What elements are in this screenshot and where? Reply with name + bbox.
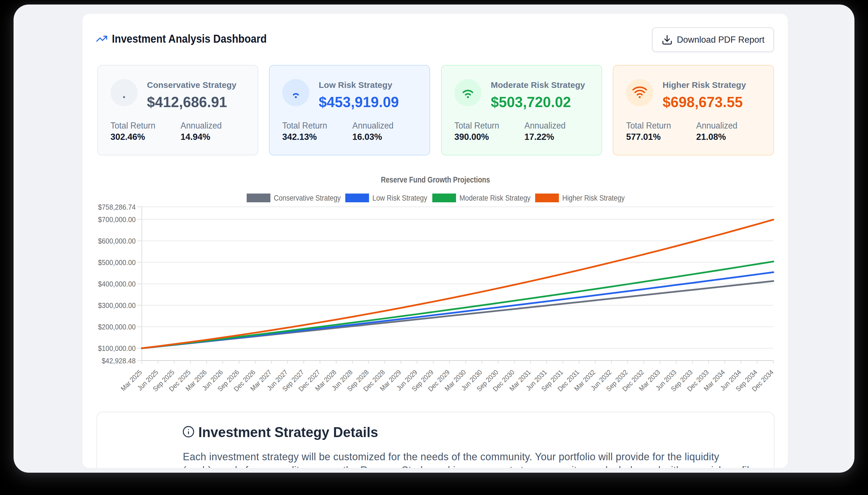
svg-text:$100,000.00: $100,000.00	[98, 344, 136, 352]
svg-text:Reserve Fund Growth Projection: Reserve Fund Growth Projections	[381, 175, 490, 184]
svg-text:$200,000.00: $200,000.00	[98, 323, 136, 331]
svg-text:$700,000.00: $700,000.00	[98, 216, 136, 223]
svg-text:$400,000.00: $400,000.00	[98, 280, 136, 288]
svg-text:$300,000.00: $300,000.00	[98, 302, 136, 309]
svg-text:$42,928.48: $42,928.48	[102, 357, 136, 365]
svg-text:$600,000.00: $600,000.00	[98, 237, 136, 245]
svg-text:$500,000.00: $500,000.00	[98, 258, 136, 267]
svg-text:$758,286.74: $758,286.74	[98, 203, 136, 211]
